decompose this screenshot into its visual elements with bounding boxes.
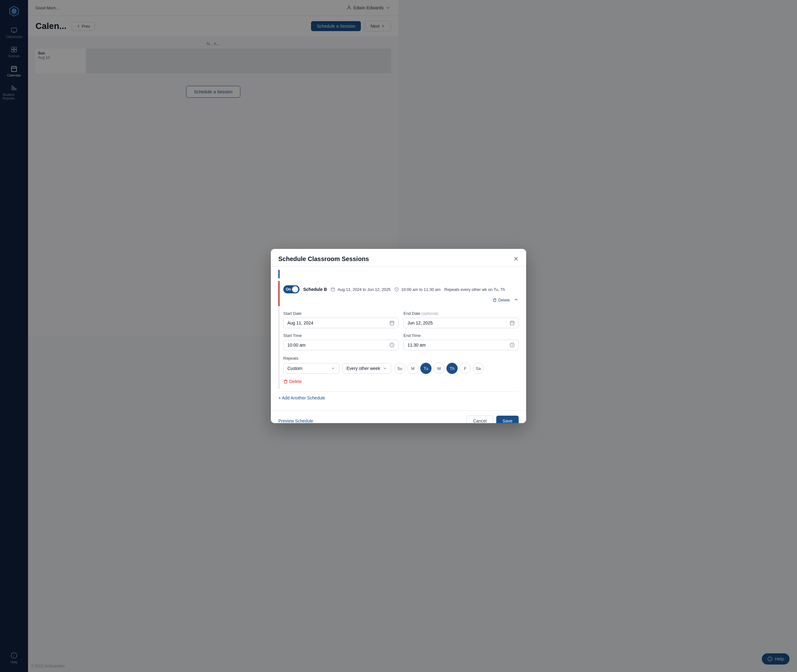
date-row: Start Date Aug 11, 2024 End Date <box>283 311 399 328</box>
start-date-input[interactable]: Aug 11, 2024 <box>283 318 399 328</box>
svg-rect-10 <box>390 322 394 325</box>
calendar-input-icon <box>390 320 394 325</box>
start-time-group: Start Time 10:00 am <box>283 333 399 336</box>
toggle-knob <box>292 286 298 293</box>
schedule-date-range: Aug 11, 2024 to Jun 12, 2025 <box>337 287 391 292</box>
start-date-group: Start Date Aug 11, 2024 <box>283 311 399 328</box>
accent-bar <box>278 270 279 278</box>
time-row: Start Time 10:00 am End Time 11:30 <box>283 333 399 336</box>
modal: Schedule Classroom Sessions ✕ On Schedul… <box>271 249 399 336</box>
schedule-row: On Schedule B Aug 11, 2024 to Jun 12, 20… <box>278 281 399 306</box>
modal-body: On Schedule B Aug 11, 2024 to Jun 12, 20… <box>271 270 399 336</box>
modal-title: Schedule Classroom Sessions <box>278 255 369 262</box>
schedule-name: Schedule B <box>303 287 327 292</box>
start-time-label: Start Time <box>283 333 399 336</box>
schedule-form: Start Date Aug 11, 2024 End Date <box>278 306 399 336</box>
toggle-label: On <box>286 287 291 291</box>
modal-overlay[interactable]: Schedule Classroom Sessions ✕ On Schedul… <box>0 0 399 336</box>
schedule-time-meta: 10:00 am to 11:30 am <box>394 287 399 292</box>
svg-rect-8 <box>331 288 335 291</box>
calendar-icon <box>330 287 335 291</box>
toggle-on[interactable]: On <box>283 285 300 293</box>
clock-icon <box>394 287 399 291</box>
modal-header: Schedule Classroom Sessions ✕ <box>271 249 399 267</box>
schedule-date-meta: Aug 11, 2024 to Jun 12, 2025 <box>330 287 391 292</box>
start-date-value: Aug 11, 2024 <box>287 320 313 325</box>
start-date-label: Start Date <box>283 311 399 316</box>
